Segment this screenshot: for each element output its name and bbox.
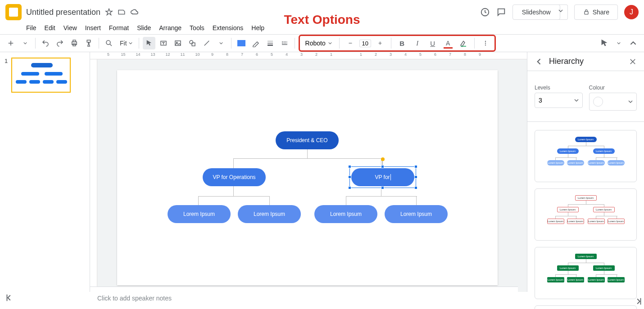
hierarchy-style-4[interactable]: Lorem Ipsum <box>535 305 637 309</box>
resize-handle-ne[interactable] <box>414 165 417 168</box>
svg-point-11 <box>485 41 486 42</box>
vertical-ruler <box>90 59 97 292</box>
resize-handle-s[interactable] <box>381 186 384 189</box>
slideshow-button[interactable]: Slideshow <box>512 4 560 20</box>
line-tool[interactable] <box>200 37 213 49</box>
node-leaf-4[interactable]: Lorem Ipsum <box>385 205 448 223</box>
colour-label: Colour <box>589 85 637 91</box>
svg-point-9 <box>190 40 193 44</box>
font-size-input[interactable] <box>359 40 371 47</box>
node-vp2-selected[interactable]: VP for <box>349 166 416 188</box>
menu-tools[interactable]: Tools <box>186 22 208 33</box>
hierarchy-style-2[interactable]: Lorem Ipsum Lorem Ipsum Lorem Ipsum Lore… <box>535 188 637 241</box>
share-button[interactable]: Share <box>574 4 618 20</box>
line-dropdown[interactable] <box>215 37 227 49</box>
panel-close-icon[interactable] <box>629 58 637 66</box>
select-tool[interactable] <box>143 37 155 49</box>
print-button[interactable] <box>68 37 81 49</box>
border-dash-button[interactable] <box>278 37 291 49</box>
toolbar: Fit Roboto B I U A <box>0 34 644 52</box>
fill-color-button[interactable] <box>235 37 248 49</box>
last-edit-icon[interactable] <box>480 7 490 17</box>
menu-arrange[interactable]: Arrange <box>155 22 185 33</box>
menu-file[interactable]: File <box>23 22 40 33</box>
svg-point-5 <box>106 40 110 45</box>
explore-collapse-icon[interactable] <box>633 296 643 306</box>
rotate-handle[interactable] <box>381 157 385 161</box>
border-weight-button[interactable] <box>264 37 277 49</box>
node-leaf-3[interactable]: Lorem Ipsum <box>314 205 377 223</box>
paint-format-button[interactable] <box>82 37 95 49</box>
hierarchy-style-3[interactable]: Lorem Ipsum Lorem Ipsum Lorem Ipsum Lore… <box>535 247 637 299</box>
horizontal-ruler: 5151413121110987654321123456789 <box>90 52 527 59</box>
font-decrease-button[interactable] <box>344 37 357 49</box>
slide-number: 1 <box>5 58 8 93</box>
star-icon[interactable] <box>105 8 113 16</box>
font-select[interactable]: Roboto <box>303 40 335 47</box>
textbox-tool[interactable] <box>157 37 170 49</box>
node-vp1[interactable]: VP for Operations <box>203 168 266 186</box>
new-slide-button[interactable] <box>5 37 17 49</box>
zoom-icon[interactable] <box>103 37 115 49</box>
hierarchy-style-1[interactable]: Lorem Ipsum Lorem Ipsum Lorem Ipsum Lore… <box>535 130 637 182</box>
mode-dropdown[interactable] <box>612 37 625 49</box>
page-heading: Text Options <box>284 13 360 27</box>
text-color-button[interactable]: A <box>442 37 454 49</box>
slides-app-icon[interactable] <box>5 4 22 20</box>
svg-rect-1 <box>585 12 588 14</box>
redo-button[interactable] <box>54 37 66 49</box>
node-ceo[interactable]: President & CEO <box>276 131 339 149</box>
italic-button[interactable]: I <box>411 37 424 49</box>
node-leaf-2[interactable]: Lorem Ipsum <box>238 205 301 223</box>
resize-handle-w[interactable] <box>348 175 351 179</box>
shape-tool[interactable] <box>186 37 199 49</box>
filmstrip-collapse-icon[interactable] <box>5 293 14 303</box>
more-tools-button[interactable] <box>479 37 492 49</box>
panel-title: Hierarchy <box>549 57 584 66</box>
zoom-select[interactable]: Fit <box>117 40 135 47</box>
mode-toggle[interactable] <box>598 37 611 49</box>
bold-button[interactable]: B <box>396 37 408 49</box>
font-increase-button[interactable] <box>374 37 386 49</box>
svg-point-13 <box>485 45 486 45</box>
panel-back-icon[interactable] <box>535 57 544 66</box>
colour-select[interactable] <box>589 93 637 111</box>
resize-handle-nw[interactable] <box>348 165 351 168</box>
menu-insert[interactable]: Insert <box>82 22 104 33</box>
collapse-toolbar-button[interactable] <box>627 37 639 49</box>
image-tool[interactable] <box>172 37 184 49</box>
menu-view[interactable]: View <box>60 22 81 33</box>
slide-thumbnail-1[interactable] <box>11 58 71 93</box>
menu-format[interactable]: Format <box>105 22 132 33</box>
account-avatar[interactable]: J <box>624 5 639 19</box>
underline-button[interactable]: U <box>426 37 439 49</box>
levels-select[interactable]: 3 <box>535 93 583 108</box>
new-slide-dropdown[interactable] <box>19 37 32 49</box>
speaker-notes[interactable]: Click to add speaker notes <box>90 287 518 309</box>
hierarchy-panel: Hierarchy Levels 3 Colour <box>527 52 644 292</box>
cloud-status-icon[interactable] <box>130 8 139 17</box>
svg-rect-3 <box>73 40 76 42</box>
undo-button[interactable] <box>39 37 52 49</box>
highlight-color-button[interactable] <box>457 37 470 49</box>
comments-icon[interactable] <box>496 7 506 17</box>
slide-canvas[interactable]: President & CEO VP for Operations VP for… <box>117 70 498 285</box>
resize-handle-n[interactable] <box>381 165 384 168</box>
resize-handle-se[interactable] <box>414 186 417 189</box>
resize-handle-sw[interactable] <box>348 186 351 189</box>
slideshow-dropdown[interactable] <box>554 4 568 20</box>
text-tools-group: Roboto B I U A <box>299 35 496 52</box>
menu-edit[interactable]: Edit <box>41 22 59 33</box>
levels-label: Levels <box>535 85 583 91</box>
menu-slide[interactable]: Slide <box>133 22 154 33</box>
menu-extensions[interactable]: Extensions <box>209 22 247 33</box>
border-color-button[interactable] <box>249 37 262 49</box>
move-icon[interactable] <box>118 8 126 16</box>
svg-rect-7 <box>175 41 181 46</box>
menu-help[interactable]: Help <box>248 22 268 33</box>
doc-name[interactable]: Untitled presentation <box>26 8 100 17</box>
resize-handle-e[interactable] <box>414 175 417 179</box>
filmstrip: 1 <box>0 52 90 292</box>
node-leaf-1[interactable]: Lorem Ipsum <box>168 205 231 223</box>
canvas[interactable]: 5151413121110987654321123456789 Presiden… <box>90 52 527 292</box>
